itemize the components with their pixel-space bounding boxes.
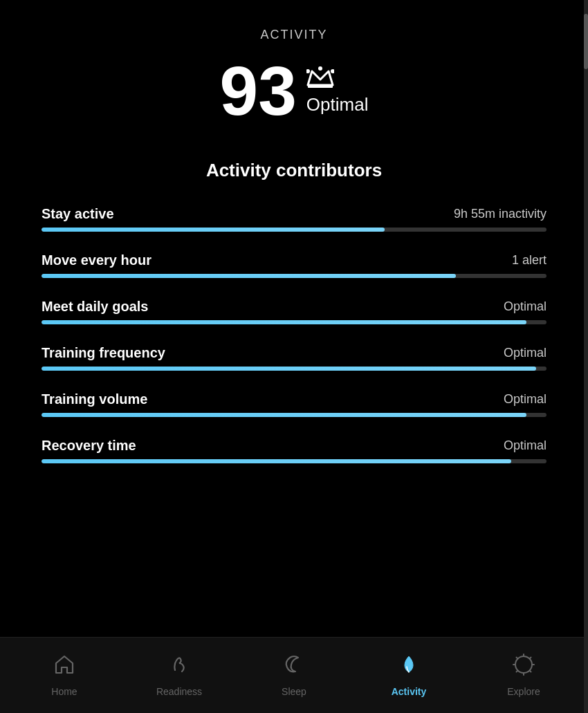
contributor-item: Recovery time Optimal xyxy=(42,438,546,463)
svg-line-13 xyxy=(517,671,518,672)
svg-rect-1 xyxy=(308,85,333,88)
contributor-name: Training volume xyxy=(42,391,147,407)
nav-label-explore: Explore xyxy=(507,686,540,697)
svg-point-2 xyxy=(306,69,310,73)
progress-bar-fill xyxy=(42,413,526,417)
progress-bar-fill xyxy=(42,367,536,371)
nav-item-readiness[interactable]: Readiness xyxy=(145,654,214,697)
nav-item-activity[interactable]: Activity xyxy=(374,654,443,697)
progress-bar-bg xyxy=(42,459,546,463)
nav-item-home[interactable]: Home xyxy=(30,654,99,697)
svg-marker-0 xyxy=(308,71,333,85)
explore-icon xyxy=(513,654,535,680)
nav-label-sleep: Sleep xyxy=(282,686,306,697)
score-label-container: Optimal xyxy=(306,66,369,115)
contributor-item: Training volume Optimal xyxy=(42,391,546,417)
contributor-header: Move every hour 1 alert xyxy=(42,252,546,268)
contributor-value: Optimal xyxy=(504,392,546,407)
progress-bar-bg xyxy=(42,320,546,324)
contributors-section-title: Activity contributors xyxy=(206,160,382,181)
contributor-name: Recovery time xyxy=(42,438,136,454)
contributor-name: Move every hour xyxy=(42,252,151,268)
contributors-list: Stay active 9h 55m inactivity Move every… xyxy=(42,206,546,463)
progress-bar-bg xyxy=(42,367,546,371)
contributor-value: Optimal xyxy=(504,346,546,360)
main-content: ACTIVITY 93 Optimal Activity contributor… xyxy=(0,0,588,637)
contributor-header: Training volume Optimal xyxy=(42,391,546,407)
contributor-value: 9h 55m inactivity xyxy=(454,207,546,221)
home-icon xyxy=(53,654,75,680)
nav-item-sleep[interactable]: Sleep xyxy=(259,654,329,697)
contributor-header: Meet daily goals Optimal xyxy=(42,299,546,315)
progress-bar-bg xyxy=(42,228,546,232)
svg-line-10 xyxy=(517,658,518,659)
contributor-name: Stay active xyxy=(42,206,114,222)
contributor-value: 1 alert xyxy=(512,253,546,268)
progress-bar-fill xyxy=(42,274,456,278)
crown-icon xyxy=(306,66,334,93)
score-label: Optimal xyxy=(306,94,369,115)
contributor-item: Meet daily goals Optimal xyxy=(42,299,546,324)
svg-line-11 xyxy=(530,671,531,672)
svg-line-12 xyxy=(530,658,531,659)
nav-item-explore[interactable]: Explore xyxy=(489,654,558,697)
contributor-item: Move every hour 1 alert xyxy=(42,252,546,278)
progress-bar-bg xyxy=(42,274,546,278)
score-number: 93 xyxy=(220,56,297,125)
progress-bar-bg xyxy=(42,413,546,417)
progress-bar-fill xyxy=(42,459,511,463)
contributor-header: Recovery time Optimal xyxy=(42,438,546,454)
contributor-value: Optimal xyxy=(504,299,546,314)
nav-label-home: Home xyxy=(51,686,77,697)
contributor-header: Stay active 9h 55m inactivity xyxy=(42,206,546,222)
progress-bar-fill xyxy=(42,228,385,232)
sleep-icon xyxy=(283,654,305,680)
contributor-item: Training frequency Optimal xyxy=(42,345,546,371)
svg-point-3 xyxy=(318,66,322,71)
contributor-name: Training frequency xyxy=(42,345,165,361)
progress-bar-fill xyxy=(42,320,526,324)
nav-label-readiness: Readiness xyxy=(156,686,202,697)
activity-icon xyxy=(398,654,420,680)
contributor-name: Meet daily goals xyxy=(42,299,149,315)
svg-point-4 xyxy=(331,69,334,73)
bottom-nav: Home Readiness Sleep Activity xyxy=(0,637,588,713)
page-title: ACTIVITY xyxy=(260,28,327,42)
contributor-header: Training frequency Optimal xyxy=(42,345,546,361)
readiness-icon xyxy=(168,654,190,680)
contributor-value: Optimal xyxy=(504,438,546,453)
score-container: 93 Optimal xyxy=(220,56,369,125)
contributor-item: Stay active 9h 55m inactivity xyxy=(42,206,546,232)
nav-label-activity: Activity xyxy=(392,686,427,697)
